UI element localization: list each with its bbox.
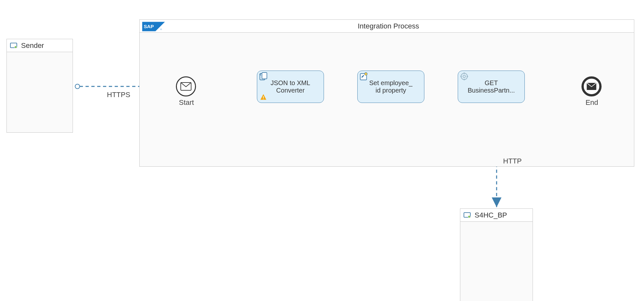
converter-icon [259,72,268,81]
svg-point-28 [468,215,470,217]
svg-point-9 [15,46,17,48]
step-line1: JSON to XML [270,79,310,87]
step-json-to-xml[interactable]: JSON to XML Converter [257,71,324,103]
svg-text:SAP: SAP [144,24,154,29]
svg-rect-23 [464,79,465,80]
connector-label-https: HTTPS [107,91,130,99]
end-event[interactable] [581,76,602,96]
envelope-icon [586,83,597,90]
svg-rect-25 [467,76,468,77]
receiver-pool-title: S4HC_BP [475,211,507,219]
end-event-label: End [584,98,600,107]
request-reply-icon [460,72,468,81]
step-line2: BusinessPartn... [468,87,515,94]
diagram-canvas: Sender SAP ® Integration Process Start J… [0,0,644,301]
start-event-label: Start [178,98,195,107]
envelope-icon [180,82,191,91]
process-pool-title: Integration Process [358,22,419,30]
svg-point-19 [364,72,367,75]
content-modifier-icon [360,72,368,81]
svg-rect-16 [263,96,264,98]
sap-logo-icon: SAP ® [142,22,165,31]
step-get-businesspartner[interactable]: GET BusinessPartn... [458,71,525,103]
svg-rect-15 [262,72,267,79]
process-pool-header: SAP ® Integration Process [140,20,634,33]
svg-text:®: ® [160,28,162,30]
connector-label-http: HTTP [503,157,522,165]
svg-point-20 [461,73,467,80]
svg-rect-17 [263,99,264,99]
step-line1: Set employee_ [369,79,412,87]
participant-icon [464,212,471,218]
receiver-pool[interactable]: S4HC_BP [460,208,533,301]
step-set-property[interactable]: Set employee_ id property [357,71,424,103]
svg-point-0 [75,84,80,89]
step-line1: GET [485,79,498,87]
svg-rect-22 [464,72,465,74]
participant-icon [10,43,17,49]
receiver-pool-header: S4HC_BP [460,209,533,222]
svg-point-21 [463,75,466,78]
sender-pool-title: Sender [21,41,44,50]
step-line2: Converter [276,87,305,94]
sender-pool[interactable]: Sender [6,39,73,133]
sender-pool-header: Sender [7,39,73,52]
svg-rect-24 [460,76,462,77]
step-line2: id property [375,87,406,94]
start-event[interactable] [176,76,196,96]
warning-icon [260,94,267,101]
